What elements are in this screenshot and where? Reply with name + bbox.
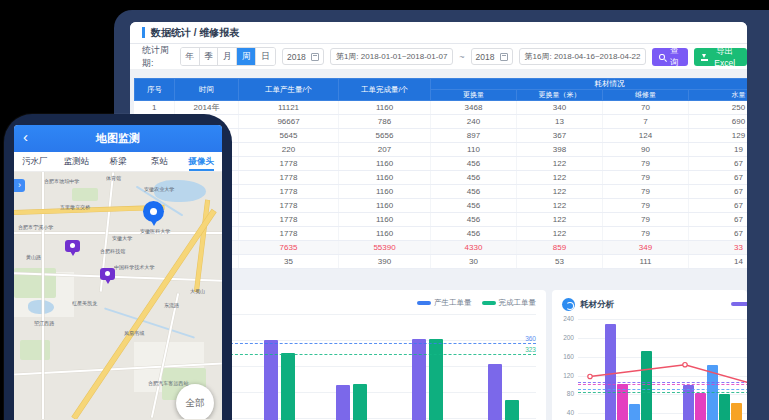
camera-marker-icon[interactable] [100, 268, 115, 280]
map-label: 黄山路 [26, 254, 41, 260]
end-week-input[interactable]: 第16周: 2018-04-16~2018-04-22 [519, 48, 647, 65]
calendar-icon [500, 53, 508, 61]
consumable-chart-panel: 耗材分析 2402001601208040 [552, 290, 747, 420]
back-icon[interactable]: ‹ [23, 128, 28, 145]
map-park [72, 188, 98, 201]
legend-label: 产生工单量 [434, 298, 472, 308]
map-label: 体育馆 [106, 175, 121, 181]
map-label: 大蜀山 [190, 288, 205, 294]
phone-tab-摄像头[interactable]: 摄像头 [180, 152, 222, 171]
bar-产生工单量 [264, 340, 278, 420]
breadcrumb: 数据统计 / 维修报表 [151, 26, 239, 40]
average-ref-line: 323 [230, 354, 536, 355]
legend-label: 完成工单量 [499, 298, 537, 308]
period-option[interactable]: 月 [218, 48, 237, 65]
map-label: 凤凰书城 [124, 330, 144, 336]
bar-完成工单量 [281, 353, 295, 420]
phone-tab-污水厂[interactable]: 污水厂 [14, 152, 56, 171]
start-year-value: 2018 [287, 52, 306, 62]
phone-mockup: ‹ 地图监测 污水厂监测站桥梁泵站摄像头 [4, 114, 232, 420]
end-year-select[interactable]: 2018 [471, 48, 513, 65]
chart-legend: 产生工单量完成工单量 [417, 298, 536, 308]
query-button[interactable]: 查询 [652, 48, 687, 66]
stage: 数据统计 / 维修报表 统计周期: 年季月周日 2018 第1周: 2018-0… [0, 0, 769, 420]
bar-完成工单量 [505, 400, 519, 420]
map-park [20, 340, 50, 360]
breadcrumb-accent-bar [142, 27, 145, 38]
workorder-chart-panel: 产生工单量完成工单量 360323 [220, 290, 546, 420]
start-year-select[interactable]: 2018 [282, 48, 324, 65]
map-view[interactable]: › 全部 合肥市琥珀中学体育馆安徽农业大学五里墩立交桥合肥市宁溪小学安徽医科大学… [14, 172, 222, 419]
start-week-input[interactable]: 第1周: 2018-01-01~2018-01-07 [330, 48, 453, 65]
map-lake [28, 300, 54, 314]
table-row: 12014年111211160346834070250 [135, 101, 748, 115]
search-icon [659, 54, 664, 60]
range-separator: ~ [459, 52, 464, 62]
selected-pin-icon[interactable] [143, 201, 164, 222]
legend-item[interactable]: 产生工单量 [417, 298, 472, 308]
consumable-bar-chart: 2402001601208040 [578, 312, 747, 420]
map-label: 五里墩立交桥 [60, 204, 90, 210]
period-segmented-control: 年季月周日 [180, 47, 276, 66]
camera-marker-icon[interactable] [65, 240, 80, 252]
period-option[interactable]: 季 [200, 48, 219, 65]
workorder-bar-chart: 360323 [230, 314, 536, 420]
map-label: 合肥科技馆 [100, 248, 125, 254]
average-ref-line: 360 [230, 343, 536, 344]
period-option[interactable]: 周 [237, 48, 256, 65]
map-expander-button[interactable]: › [14, 179, 25, 192]
ref-line-label: 360 [525, 335, 536, 342]
ref-line-label: 323 [525, 346, 536, 353]
map-label: 安徽医科大学 [140, 228, 170, 234]
query-button-label: 查询 [668, 45, 681, 69]
period-option[interactable]: 年 [181, 48, 200, 65]
download-icon [701, 53, 707, 61]
phone-tab-桥梁[interactable]: 桥梁 [97, 152, 139, 171]
map-road [14, 232, 222, 234]
y-axis-tick: 160 [556, 353, 574, 360]
bar-产生工单量 [336, 385, 350, 420]
period-label: 统计周期: [142, 44, 174, 70]
legend-pill-icon [482, 301, 496, 305]
map-label: 合肥市宁溪小学 [18, 224, 53, 230]
breadcrumb-bar: 数据统计 / 维修报表 [130, 22, 747, 44]
chart2-header: 耗材分析 [562, 298, 614, 311]
y-axis-tick: 80 [556, 390, 574, 397]
map-label: 望江西路 [34, 320, 54, 326]
filter-toolbar: 统计周期: 年季月周日 2018 第1周: 2018-01-01~2018-01… [130, 44, 747, 70]
map-label: 红星美凯龙 [72, 300, 97, 306]
calendar-icon [311, 53, 319, 61]
trend-line [578, 312, 747, 420]
end-year-value: 2018 [476, 52, 495, 62]
y-axis-tick: 40 [556, 409, 574, 416]
map-river [104, 307, 195, 338]
bar-完成工单量 [353, 384, 367, 420]
map-label: 中国科学技术大学 [114, 264, 154, 270]
map-label: 东流路 [164, 302, 179, 308]
y-axis-tick: 120 [556, 372, 574, 379]
phone-page-title: 地图监测 [96, 131, 140, 146]
pie-chart-icon [562, 298, 575, 311]
export-button-label: 导出Excel [709, 46, 740, 68]
period-option[interactable]: 日 [256, 48, 275, 65]
map-label: 合肥汽车客运西站 [148, 380, 188, 386]
y-axis-tick: 200 [556, 334, 574, 341]
gridline [230, 314, 536, 315]
legend-pill-icon [417, 301, 431, 305]
legend-item[interactable]: 完成工单量 [482, 298, 537, 308]
phone-screen: ‹ 地图监测 污水厂监测站桥梁泵站摄像头 [14, 125, 222, 420]
bar-产生工单量 [488, 364, 502, 420]
phone-tab-泵站[interactable]: 泵站 [139, 152, 181, 171]
map-label: 安徽农业大学 [144, 186, 174, 192]
phone-tab-bar: 污水厂监测站桥梁泵站摄像头 [14, 152, 222, 172]
show-all-button[interactable]: 全部 [176, 384, 214, 419]
bar-完成工单量 [429, 339, 443, 420]
bar-产生工单量 [412, 339, 426, 420]
chart2-title: 耗材分析 [580, 299, 614, 311]
export-excel-button[interactable]: 导出Excel [694, 48, 747, 66]
y-axis-tick: 240 [556, 315, 574, 322]
phone-header: ‹ 地图监测 [14, 125, 222, 152]
chart2-legend-pill[interactable] [731, 302, 747, 306]
phone-tab-监测站[interactable]: 监测站 [56, 152, 98, 171]
map-label: 合肥市琥珀中学 [44, 178, 79, 184]
